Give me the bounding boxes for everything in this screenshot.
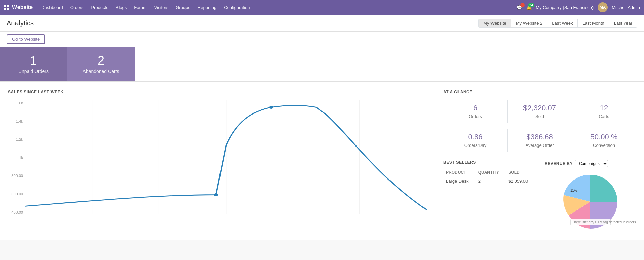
best-sellers-header: BEST SELLERS [443,160,535,165]
best-sellers-table: PRODUCT QUANTITY SOLD Large Desk 2 $2,05… [443,169,535,186]
metric-carts-key: Carts [579,114,629,119]
y-label-1: 1.4k [8,119,25,123]
pie-note: There isn't any UTM tag detected in orde… [570,219,611,225]
filter-group: My Website My Website 2 Last Week Last M… [479,19,637,28]
metric-avg-order-key: Average Order [514,143,565,148]
table-row: Large Desk 2 $2,059.00 [443,176,535,186]
action-bar: Go to Website [0,32,644,47]
best-sellers: BEST SELLERS PRODUCT QUANTITY SOLD Large… [443,160,535,232]
page-title: Analytics [7,19,34,27]
metric-conversion-key: Conversion [579,143,629,148]
abandoned-carts-number: 2 [77,54,125,67]
pie-chart: 11% There isn't any UTM tag detected in … [560,171,621,232]
chart-area: 1.6k 1.4k 1.2k 1k 800.00 600.00 400.00 [8,100,427,221]
goto-website-button[interactable]: Go to Website [7,34,45,44]
revenue-by-header: REVENUE BY Campaigns [545,160,636,167]
metric-orders-day: 0.86 Orders/Day [443,129,507,152]
row-divider [443,126,636,126]
best-sellers-title: BEST SELLERS [443,160,476,165]
svg-point-5 [269,106,273,109]
main-menu: Dashboard Orders Products Blogs Forum Vi… [38,4,517,11]
svg-point-6 [214,193,218,196]
user-name: Mitchell Admin [612,5,640,10]
y-label-4: 800.00 [8,174,25,178]
sales-chart-title: SALES SINCE LAST WEEK [8,90,427,94]
chart-svg [25,100,427,214]
menu-dashboard[interactable]: Dashboard [38,4,66,11]
menu-forum[interactable]: Forum [131,4,150,11]
app-title: Website [12,4,33,10]
metric-avg-order: $386.68 Average Order [508,129,572,152]
y-label-6: 400.00 [8,210,25,214]
revenue-by-title: REVENUE BY [545,161,573,166]
product-name: Large Desk [443,176,476,186]
abandoned-carts-label: Abandoned Carts [77,69,125,74]
filter-my-website-2[interactable]: My Website 2 [511,19,548,28]
metric-orders-day-key: Orders/Day [450,143,501,148]
chat-badge: 6 [520,3,525,7]
filter-last-month[interactable]: Last Month [577,19,609,28]
filter-last-week[interactable]: Last Week [547,19,578,28]
metric-carts-value: 12 [579,104,629,112]
metric-sold-value: $2,320.07 [514,104,565,112]
app-logo[interactable]: Website [4,4,33,10]
product-sold: $2,059.00 [506,176,535,186]
col-product: PRODUCT [443,169,476,176]
menu-groups[interactable]: Groups [172,4,194,11]
metric-orders: 6 Orders [443,100,507,123]
y-label-5: 600.00 [8,192,25,196]
company-name: My Company (San Francisco) [536,5,594,10]
chart-y-axis: 1.6k 1.4k 1.2k 1k 800.00 600.00 400.00 [8,100,25,221]
main-content: SALES SINCE LAST WEEK 1.6k 1.4k 1.2k 1k … [0,82,644,240]
revenue-by: REVENUE BY Campaigns [545,160,636,232]
y-label-3: 1k [8,156,25,160]
y-label-0: 1.6k [8,101,25,105]
metric-avg-order-value: $386.68 [514,133,565,141]
menu-visitors[interactable]: Visitors [151,4,172,11]
top-navigation: Website Dashboard Orders Products Blogs … [0,0,644,15]
unpaid-orders-number: 1 [10,54,57,67]
menu-configuration[interactable]: Configuration [221,4,253,11]
nav-right: 💬 6 🔔 24 My Company (San Francisco) MA M… [517,2,640,12]
metric-orders-key: Orders [450,114,501,119]
stats-row: 1 Unpaid Orders 2 Abandoned Carts [0,47,644,82]
col-sold: SOLD [506,169,535,176]
revenue-by-dropdown[interactable]: Campaigns [575,160,608,167]
filter-my-website[interactable]: My Website [478,19,511,28]
glance-metrics: 6 Orders $2,320.07 Sold 12 Carts 0.86 Or… [443,100,636,152]
y-label-2: 1.2k [8,137,25,141]
glance-panel: AT A GLANCE 6 Orders $2,320.07 Sold 12 C… [435,82,644,240]
menu-orders[interactable]: Orders [67,4,87,11]
grid-icon [4,5,9,10]
subheader: Analytics My Website My Website 2 Last W… [0,15,644,32]
sales-chart-panel: SALES SINCE LAST WEEK 1.6k 1.4k 1.2k 1k … [0,82,435,240]
filter-last-year[interactable]: Last Year [609,19,637,28]
stat-unpaid-orders[interactable]: 1 Unpaid Orders [0,47,67,81]
metric-sold-key: Sold [514,114,565,119]
avatar[interactable]: MA [598,2,608,12]
menu-products[interactable]: Products [88,4,111,11]
svg-text:11%: 11% [570,189,577,192]
glance-title: AT A GLANCE [443,90,636,94]
bell-badge: 24 [528,3,534,7]
chart-body [25,100,427,221]
metric-conversion-value: 50.00 % [579,133,629,141]
stat-abandoned-carts[interactable]: 2 Abandoned Carts [67,47,135,81]
metric-orders-value: 6 [450,104,501,112]
revenue-by-label: REVENUE BY Campaigns [545,160,608,167]
menu-blogs[interactable]: Blogs [112,4,130,11]
best-sellers-section: BEST SELLERS PRODUCT QUANTITY SOLD Large… [443,160,636,232]
menu-reporting[interactable]: Reporting [194,4,220,11]
metric-orders-day-value: 0.86 [450,133,501,141]
unpaid-orders-label: Unpaid Orders [10,69,57,74]
metric-sold: $2,320.07 Sold [508,100,572,123]
chat-notification[interactable]: 💬 6 [517,5,522,10]
bell-notification[interactable]: 🔔 24 [526,5,532,10]
product-quantity: 2 [476,176,506,186]
metric-conversion: 50.00 % Conversion [572,129,636,152]
col-quantity: QUANTITY [476,169,506,176]
metric-carts: 12 Carts [572,100,636,123]
